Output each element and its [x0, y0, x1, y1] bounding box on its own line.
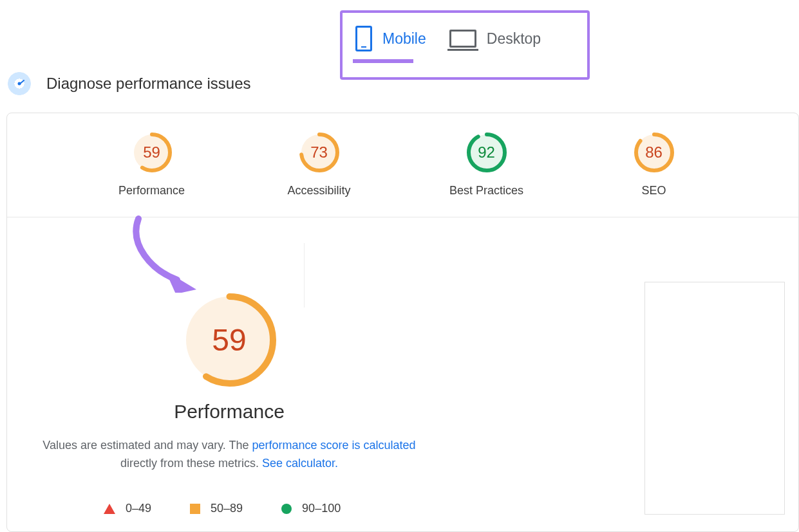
legend-mid-label: 50–89 [211, 502, 243, 515]
desc-text-1: Values are estimated and may vary. The [42, 439, 252, 452]
results-card: 59 Performance 73 Accessibility 92 Best … [6, 113, 799, 532]
performance-block: 59 Performance Values are estimated and … [7, 293, 451, 473]
link-see-calculator[interactable]: See calculator. [262, 457, 338, 470]
tab-mobile-label: Mobile [382, 30, 426, 48]
triangle-icon [104, 504, 115, 514]
performance-description: Values are estimated and may vary. The p… [7, 437, 451, 473]
legend-mid: 50–89 [190, 502, 243, 515]
score-row: 59 Performance 73 Accessibility 92 Best … [7, 113, 798, 217]
circle-icon [281, 504, 292, 514]
gauge-performance-large: 59 [183, 293, 276, 387]
legend-high-label: 90–100 [302, 502, 341, 515]
mobile-icon [355, 26, 372, 51]
link-score-calculated[interactable]: performance score is calculated [252, 439, 416, 452]
gauge-accessibility: 73 [299, 133, 339, 172]
section-title: Diagnose performance issues [46, 75, 251, 93]
section-heading: Diagnose performance issues [8, 72, 251, 95]
score-performance-label: Performance [118, 184, 185, 197]
score-accessibility-label: Accessibility [287, 184, 350, 197]
legend-high: 90–100 [281, 502, 341, 515]
score-accessibility[interactable]: 73 Accessibility [271, 133, 368, 197]
score-best-practices[interactable]: 92 Best Practices [438, 133, 535, 197]
score-legend: 0–49 50–89 90–100 [104, 502, 341, 515]
tab-underline [353, 59, 413, 63]
desc-text-2: directly from these metrics. [120, 457, 262, 470]
score-best-practices-label: Best Practices [449, 184, 523, 197]
device-tabs: Mobile Desktop [348, 13, 556, 64]
tab-desktop[interactable]: Desktop [442, 13, 556, 64]
score-seo[interactable]: 86 SEO [606, 133, 702, 197]
score-seo-label: SEO [641, 184, 666, 197]
gauge-seo: 86 [634, 133, 674, 172]
performance-title: Performance [7, 401, 451, 423]
legend-low: 0–49 [104, 502, 151, 515]
tab-desktop-label: Desktop [487, 30, 541, 48]
tab-mobile[interactable]: Mobile [348, 13, 442, 64]
gauge-best-practices: 92 [467, 133, 507, 172]
score-performance[interactable]: 59 Performance [104, 133, 200, 197]
legend-low-label: 0–49 [126, 502, 151, 515]
vertical-divider [304, 243, 305, 307]
gauge-performance: 59 [132, 133, 172, 172]
preview-panel [644, 282, 785, 515]
desktop-icon [449, 30, 476, 48]
gauge-icon [8, 72, 31, 95]
square-icon [190, 504, 200, 514]
